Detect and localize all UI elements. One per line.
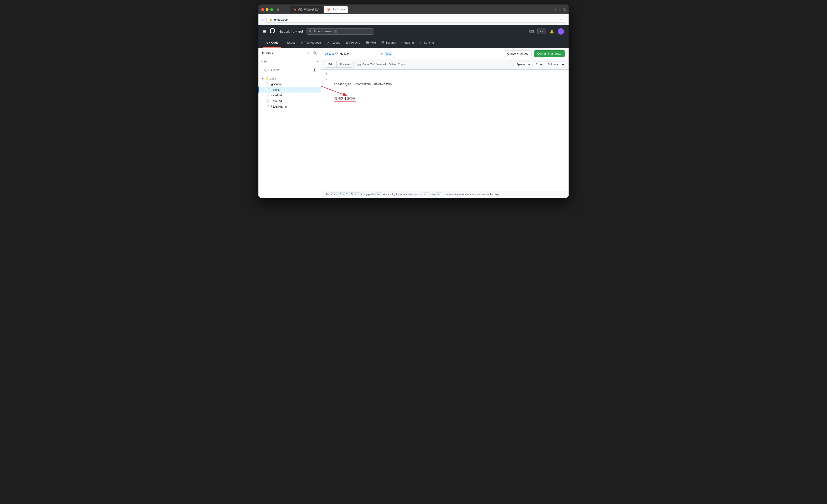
spaces-select[interactable]: Spaces <box>514 62 531 67</box>
projects-icon: ⊞ <box>346 41 348 44</box>
editor-tab-preview[interactable]: Preview <box>337 61 353 68</box>
windows-icon[interactable]: ⧉ <box>564 7 566 11</box>
github-page: ☰ Hardork / git-test 🔍 Type / to search … <box>258 25 569 198</box>
back-button[interactable]: ‹ <box>261 17 264 23</box>
tree-item-name-hello3: Hello3.txt <box>271 100 282 103</box>
browser-window: ⊟ ⌄ ‹ 🔖 提升系统并发能力 🐙 github.com ⎋ + ⧉ ‹ 🔒 … <box>258 4 569 198</box>
copilot-icon: 🤖 <box>357 63 361 66</box>
nav-item-settings[interactable]: ⚙ Settings <box>417 38 437 48</box>
tab-1[interactable]: 🔖 提升系统并发能力 <box>290 6 323 13</box>
gh-new-dropdown-icon: ▾ <box>542 30 544 33</box>
wiki-icon: 📖 <box>366 41 369 44</box>
nav-item-actions[interactable]: ▷ Actions <box>324 38 343 48</box>
nav-item-projects[interactable]: ⊞ Projects <box>343 38 363 48</box>
tree-item-hello2[interactable]: 📄 Hello2.txt <box>258 93 321 98</box>
indent-select[interactable]: 2 <box>533 62 543 67</box>
nav-label-actions: Actions <box>331 41 340 44</box>
nav-item-issues[interactable]: ○ Issues <box>281 38 298 48</box>
editor-repo-link[interactable]: git-test <box>325 52 334 55</box>
kbd-tab: tab <box>376 192 382 196</box>
gh-repo-link[interactable]: git-test <box>293 30 303 33</box>
file-icon: 📄 <box>265 105 269 108</box>
notification-icon[interactable]: 🔔 <box>550 30 554 34</box>
tree-item-name-gitignore: .gitignore <box>271 82 282 86</box>
new-tab-icon[interactable]: + <box>559 7 561 11</box>
editor-breadcrumb: git-test / in test <box>325 51 392 56</box>
addressbar: ‹ 🔒 github.com ⋯ <box>258 14 569 25</box>
close-button[interactable] <box>261 8 264 11</box>
softwrap-select[interactable]: Soft wrap <box>545 62 565 67</box>
code-editor[interactable]: 1 2 asdsahdjas 未修改的代码 增加修改代码 新增的冲突代码 <box>321 70 569 191</box>
branch-selector[interactable]: ⑂ test ▾ <box>258 58 321 65</box>
editor-branch-badge: test <box>385 52 392 56</box>
file-icon: 📄 <box>265 82 269 86</box>
file-icon: 📄 <box>265 88 269 92</box>
nav-item-wiki[interactable]: 📖 Wiki <box>363 38 379 48</box>
editor-toolbar: Edit Preview 🤖 Code 55% faster with GitH… <box>321 59 569 70</box>
tab-favicon-1: 🔖 <box>293 8 297 11</box>
tree-item-hello3[interactable]: 📄 Hello3.txt <box>258 98 321 104</box>
chevron-down-icon[interactable]: ⌄ <box>281 8 283 11</box>
nav-item-code[interactable]: </> Code <box>263 38 281 48</box>
commit-changes-button[interactable]: Commit changes... <box>534 50 565 57</box>
gh-header: ☰ Hardork / git-test 🔍 Type / to search … <box>258 25 569 38</box>
tree-item-idea[interactable]: ▶ 📁 .idea <box>258 76 321 81</box>
security-icon: 🛡 <box>381 41 384 44</box>
gh-avatar[interactable] <box>558 28 564 35</box>
insights-icon: ~ <box>401 41 403 44</box>
github-logo[interactable] <box>270 28 275 35</box>
address-field[interactable]: 🔒 github.com ⋯ <box>266 17 566 23</box>
gh-content: ⊟ Files + 🔍 ⑂ test ▾ 🔍 <box>258 48 569 198</box>
file-search: 🔍 t <box>261 67 319 73</box>
nav-item-pulls[interactable]: ⇄ Pull requests <box>298 38 324 48</box>
tree-item-hello[interactable]: 📄 Hello.txt <box>258 87 321 93</box>
code-content[interactable]: asdsahdjas 未修改的代码 增加修改代码 新增的冲突代码 <box>330 70 569 191</box>
hamburger-icon[interactable]: ☰ <box>263 30 266 34</box>
titlebar: ⊟ ⌄ ‹ 🔖 提升系统并发能力 🐙 github.com ⎋ + ⧉ <box>258 4 569 14</box>
highlighted-code: 新增的冲突代码 <box>334 96 356 102</box>
nav-item-security[interactable]: 🛡 Security <box>379 38 399 48</box>
tree-item-readme[interactable]: 📄 README.md <box>258 104 321 109</box>
editor-area: git-test / in test Cancel changes Commit… <box>321 48 569 198</box>
nav-item-insights[interactable]: ~ Insights <box>399 38 417 48</box>
minimize-button[interactable] <box>265 8 269 11</box>
settings-icon: ⚙ <box>420 41 423 44</box>
new-file-button[interactable]: + <box>306 51 310 55</box>
gh-search[interactable]: 🔍 Type / to search / <box>306 28 374 35</box>
editor-breadcrumb-sep: / <box>335 52 336 55</box>
sidebar-toggle-icon[interactable]: ⊟ <box>277 8 279 11</box>
more-icon[interactable]: ⋯ <box>560 18 563 21</box>
tree-item-name-readme: README.md <box>271 105 287 108</box>
nav-label-wiki: Wiki <box>370 41 376 44</box>
nav-label-settings: Settings <box>424 41 434 44</box>
copilot-hint-text: Code 55% faster with GitHub Copilot <box>362 63 406 66</box>
code-line-2: 新增的冲突代码 <box>334 96 565 102</box>
tree-item-gitignore[interactable]: 📄 .gitignore <box>258 81 321 87</box>
tree-item-name-idea: .idea <box>270 77 276 80</box>
gh-header-actions: ⌨ + ▾ 🔔 <box>529 28 564 35</box>
editor-container: git-test / in test Cancel changes Commit… <box>321 48 569 198</box>
cancel-changes-button[interactable]: Cancel changes <box>504 50 532 57</box>
kbd-esc: esc <box>423 192 430 196</box>
nav-label-pulls: Pull requests <box>305 41 322 44</box>
terminal-icon[interactable]: ⌨ <box>529 30 534 34</box>
sidebar-header-actions: + 🔍 <box>306 51 318 55</box>
titlebar-controls: ⊟ ⌄ ‹ <box>277 8 286 11</box>
back-icon[interactable]: ‹ <box>285 8 286 11</box>
editor-filename-input[interactable] <box>337 51 380 56</box>
titlebar-tabs: 🔖 提升系统并发能力 🐙 github.com <box>290 6 553 13</box>
tab-label-1: 提升系统并发能力 <box>298 8 320 11</box>
editor-header: git-test / in test Cancel changes Commit… <box>321 48 569 59</box>
share-icon[interactable]: ⎋ <box>554 7 557 11</box>
tree-item-name-hello: Hello.txt <box>271 88 280 92</box>
gh-user-link[interactable]: Hardork <box>279 30 290 33</box>
tab-2[interactable]: 🐙 github.com <box>324 6 348 13</box>
gh-search-kbd: / <box>334 30 337 33</box>
file-search-input[interactable] <box>268 68 312 72</box>
search-icon: 🔍 <box>309 30 312 33</box>
pulls-icon: ⇄ <box>301 41 303 44</box>
search-files-button[interactable]: 🔍 <box>312 51 318 55</box>
editor-tab-edit[interactable]: Edit <box>325 61 337 68</box>
maximize-button[interactable] <box>270 8 273 11</box>
gh-new-button[interactable]: + ▾ <box>537 29 546 34</box>
